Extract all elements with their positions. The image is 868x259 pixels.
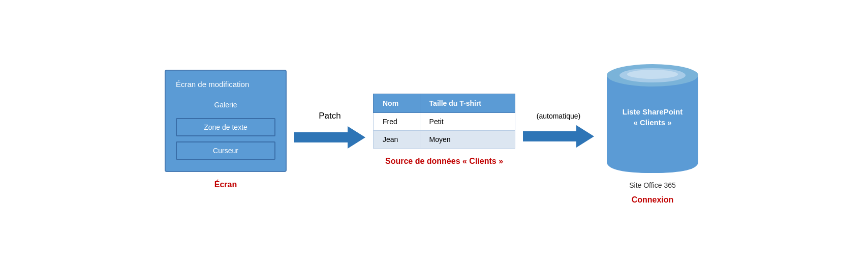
db-section-label: Connexion xyxy=(632,195,674,205)
table-section: Nom Taille du T-shirt Fred Petit Jean Mo… xyxy=(373,94,515,166)
table-header-nom: Nom xyxy=(374,94,420,112)
data-table: Nom Taille du T-shirt Fred Petit Jean Mo… xyxy=(373,94,515,149)
table-header-taille: Taille du T-shirt xyxy=(420,94,515,112)
cylinder-svg xyxy=(602,55,703,177)
screen-item-curseur: Curseur xyxy=(176,141,275,160)
db-sublabel: Site Office 365 xyxy=(629,181,676,189)
svg-point-6 xyxy=(627,70,678,79)
table-cell-taille-1: Petit xyxy=(420,112,515,130)
arrow1-area: Patch xyxy=(287,111,373,149)
db-section: Liste SharePoint « Clients » Site Office… xyxy=(602,55,703,205)
table-row: Jean Moyen xyxy=(374,130,515,148)
screen-box: Écran de modification Galerie Zone de te… xyxy=(165,70,287,172)
arrow2-area: (automatique) xyxy=(515,112,602,148)
cylinder-wrapper: Liste SharePoint « Clients » xyxy=(602,55,703,177)
table-row: Fred Petit xyxy=(374,112,515,130)
arrow1 xyxy=(294,126,365,149)
table-cell-nom-1: Fred xyxy=(374,112,420,130)
svg-marker-1 xyxy=(523,125,594,148)
screen-section: Écran de modification Galerie Zone de te… xyxy=(165,70,287,189)
arrow2-label: (automatique) xyxy=(537,112,580,120)
screen-title: Écran de modification xyxy=(176,80,275,89)
table-cell-nom-2: Jean xyxy=(374,130,420,148)
screen-item-galerie: Galerie xyxy=(176,97,275,113)
screen-section-label: Écran xyxy=(214,180,237,189)
screen-item-zone: Zone de texte xyxy=(176,118,275,136)
arrow1-label: Patch xyxy=(319,111,340,121)
table-cell-taille-2: Moyen xyxy=(420,130,515,148)
arrow2 xyxy=(523,125,594,148)
diagram: Écran de modification Galerie Zone de te… xyxy=(27,55,841,205)
table-section-label: Source de données « Clients » xyxy=(385,157,503,166)
svg-marker-0 xyxy=(294,126,365,149)
